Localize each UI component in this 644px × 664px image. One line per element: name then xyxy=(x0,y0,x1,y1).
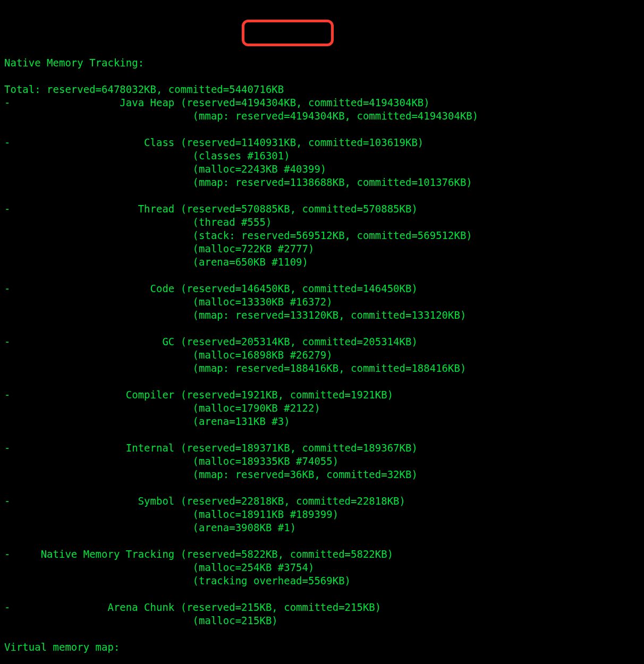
section-header: - Symbol (reserved=22818KB, committed=22… xyxy=(4,495,405,507)
section-detail: (malloc=16898KB #26279) xyxy=(4,349,333,361)
section-header: - Java Heap (reserved=4194304KB, committ… xyxy=(4,97,430,108)
section-detail: (malloc=2243KB #40399) xyxy=(4,163,326,175)
section-header: - Class (reserved=1140931KB, committed=1… xyxy=(4,137,423,148)
section-detail: (malloc=1790KB #2122) xyxy=(4,402,320,414)
section-detail: (malloc=254KB #3754) xyxy=(4,561,314,573)
section-detail: (stack: reserved=569512KB, committed=569… xyxy=(4,229,472,241)
section-detail: (malloc=18911KB #189399) xyxy=(4,508,338,520)
section-detail: (malloc=13330KB #16372) xyxy=(4,296,333,308)
section-detail: (classes #16301) xyxy=(4,150,290,161)
highlight-annotation xyxy=(242,20,334,46)
section-detail: (tracking overhead=5569KB) xyxy=(4,575,351,586)
section-header: - Compiler (reserved=1921KB, committed=1… xyxy=(4,389,393,401)
section-detail: (arena=131KB #3) xyxy=(4,415,290,427)
section-detail: (malloc=722KB #2777) xyxy=(4,243,314,254)
section-detail: (mmap: reserved=4194304KB, committed=419… xyxy=(4,110,478,122)
section-detail: (mmap: reserved=36KB, committed=32KB) xyxy=(4,469,418,480)
section-header: - Arena Chunk (reserved=215KB, committed… xyxy=(4,601,381,613)
vmmap-header: Virtual memory map: xyxy=(4,641,120,653)
section-header: - Code (reserved=146450KB, committed=146… xyxy=(4,283,418,294)
terminal-output: Native Memory Tracking: Total: reserved=… xyxy=(4,56,644,654)
section-detail: (malloc=215KB) xyxy=(4,615,278,626)
section-detail: (malloc=189335KB #74055) xyxy=(4,455,338,467)
section-header: - Native Memory Tracking (reserved=5822K… xyxy=(4,548,393,560)
section-detail: (arena=650KB #1109) xyxy=(4,256,308,268)
section-detail: (mmap: reserved=188416KB, committed=1884… xyxy=(4,362,466,374)
section-header: - Thread (reserved=570885KB, committed=5… xyxy=(4,203,418,215)
nmt-total: Total: reserved=6478032KB, committed=544… xyxy=(4,83,284,95)
nmt-header: Native Memory Tracking: xyxy=(4,57,144,69)
section-detail: (arena=3908KB #1) xyxy=(4,522,296,533)
section-detail: (mmap: reserved=133120KB, committed=1331… xyxy=(4,309,466,321)
section-header: - Internal (reserved=189371KB, committed… xyxy=(4,442,418,454)
section-detail: (thread #555) xyxy=(4,216,272,228)
section-detail: (mmap: reserved=1138688KB, committed=101… xyxy=(4,176,472,188)
section-header: - GC (reserved=205314KB, committed=20531… xyxy=(4,336,418,347)
